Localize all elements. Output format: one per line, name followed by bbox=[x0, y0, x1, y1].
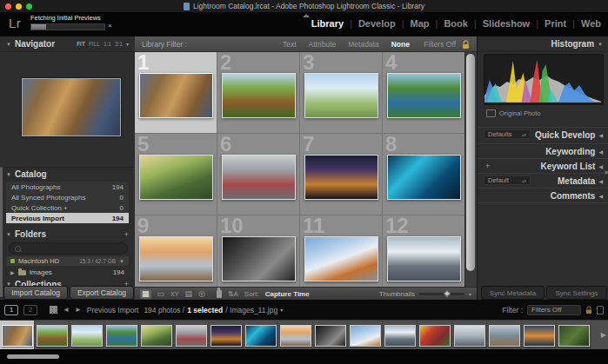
chevron-down-icon[interactable]: ▼ bbox=[119, 259, 124, 264]
photo-thumbnail[interactable] bbox=[387, 155, 461, 200]
module-library[interactable]: Library bbox=[311, 18, 344, 29]
loupe-view-button[interactable]: ▭ bbox=[157, 289, 165, 299]
zoom-fill[interactable]: FILL bbox=[89, 41, 100, 47]
histogram-header[interactable]: Histogram ▼ bbox=[478, 36, 608, 52]
grid-scrollbar-track[interactable] bbox=[464, 52, 477, 287]
catalog-item-previous-import[interactable]: Previous Import 194 bbox=[6, 213, 129, 223]
main-window-button[interactable]: 1 bbox=[4, 305, 18, 315]
histogram-chart[interactable] bbox=[484, 54, 604, 105]
folder-row-images[interactable]: ▶ Images 194 bbox=[6, 268, 129, 277]
filmstrip-cell-bw-portrait[interactable] bbox=[313, 321, 348, 349]
grid-cell-sky-plants[interactable]: 3 bbox=[300, 52, 383, 134]
chevron-down-icon[interactable]: ▾ bbox=[280, 307, 283, 313]
sync-settings-button[interactable]: Sync Settings bbox=[546, 286, 607, 300]
zoom-1-1[interactable]: 1:1 bbox=[104, 41, 111, 47]
filmstrip-cell-coastal-scene[interactable] bbox=[487, 321, 522, 349]
filter-lock-icon[interactable] bbox=[585, 306, 592, 314]
filmstrip-cell-lake-shore[interactable] bbox=[104, 321, 139, 349]
selection-summary[interactable]: 194 photos / 1 selected / Images_11.jpg … bbox=[144, 306, 283, 314]
filmstrip-cell-night-skyline[interactable] bbox=[209, 321, 244, 349]
filmstrip-cell-meadow-hut[interactable] bbox=[35, 321, 70, 349]
module-map[interactable]: Map bbox=[411, 18, 430, 29]
filter-tab-attribute[interactable]: Attribute bbox=[309, 40, 337, 49]
metadata-header[interactable]: Default▴▾ Metadata ◀ bbox=[478, 173, 608, 188]
module-develop[interactable]: Develop bbox=[358, 18, 396, 29]
navigator-preview-image[interactable] bbox=[22, 78, 121, 136]
catalog-header[interactable]: ▼ Catalog bbox=[0, 168, 135, 181]
module-print[interactable]: Print bbox=[545, 18, 566, 29]
slider-thumb[interactable] bbox=[443, 289, 450, 296]
photo-thumbnail[interactable] bbox=[222, 236, 296, 281]
photo-thumbnail[interactable] bbox=[139, 73, 213, 118]
grid-cell-tiger-snow[interactable]: 11 bbox=[300, 215, 383, 287]
people-view-button[interactable]: ◎ bbox=[198, 289, 205, 299]
go-forward-icon[interactable]: ► bbox=[75, 306, 82, 314]
comments-header[interactable]: Comments ◀ bbox=[478, 188, 608, 203]
quick-develop-header[interactable]: Defaults▴▾ Quick Develop ◀ bbox=[478, 127, 608, 142]
grid-view-shortcut-icon[interactable] bbox=[50, 306, 57, 314]
filmstrip-cell-winter-river[interactable] bbox=[452, 321, 487, 349]
grid-view-button[interactable]: ▦ bbox=[140, 289, 151, 299]
filmstrip-cell-dark-forest[interactable] bbox=[557, 321, 591, 349]
filmstrip-cell-snow-peaks[interactable] bbox=[383, 321, 418, 349]
cancel-progress-icon[interactable]: × bbox=[108, 22, 112, 30]
go-back-icon[interactable]: ◄ bbox=[63, 306, 70, 314]
keywording-header[interactable]: Keywording ◀ bbox=[478, 143, 608, 158]
source-indicator[interactable]: Previous Import bbox=[87, 306, 139, 314]
sync-metadata-button[interactable]: Sync Metadata bbox=[481, 286, 545, 300]
grid-cell-misty-sunrise[interactable]: 9 bbox=[135, 215, 217, 287]
photo-thumbnail[interactable] bbox=[304, 236, 378, 281]
grid-cell-bw-portrait[interactable]: 10 bbox=[217, 215, 300, 287]
sort-direction-icon[interactable]: ⇅A bbox=[228, 289, 238, 299]
photo-thumbnail[interactable] bbox=[139, 236, 213, 281]
metadata-preset-dropdown[interactable]: Default▴▾ bbox=[484, 175, 531, 185]
catalog-item-all-synced[interactable]: All Synced Photographs 0 bbox=[6, 192, 129, 202]
filmstrip-cell-blue-feathers[interactable] bbox=[244, 321, 278, 349]
zoom-fit[interactable]: FIT bbox=[77, 41, 85, 47]
import-catalog-button[interactable]: Import Catalog bbox=[3, 286, 68, 300]
filmstrip-cell-misty-sunrise[interactable] bbox=[278, 321, 313, 349]
grid-cell-blue-feathers[interactable]: 8 bbox=[383, 134, 465, 215]
add-folder-button[interactable]: + bbox=[124, 230, 129, 239]
filters-off-dropdown[interactable]: Filters Off bbox=[424, 40, 456, 49]
filter-lock-icon[interactable] bbox=[462, 40, 470, 51]
panel-toggle-icon[interactable] bbox=[597, 306, 604, 314]
grid-scrollbar-thumb[interactable] bbox=[466, 54, 475, 271]
toolbar-options-chevron-icon[interactable]: ▾ bbox=[469, 291, 471, 297]
module-slideshow[interactable]: Slideshow bbox=[483, 18, 530, 29]
filter-folders-input[interactable] bbox=[9, 242, 128, 255]
module-web[interactable]: Web bbox=[581, 18, 601, 29]
collapse-top-panel-icon[interactable] bbox=[303, 14, 310, 17]
filmstrip-cell-mountain-morning[interactable] bbox=[139, 321, 174, 349]
survey-view-button[interactable]: ▤ bbox=[184, 289, 192, 299]
filmstrip-cell-sky-plants[interactable] bbox=[70, 321, 104, 349]
filter-tab-text[interactable]: Text bbox=[283, 40, 297, 49]
catalog-item-quick-collection[interactable]: Quick Collection + 0 bbox=[6, 202, 129, 213]
filmstrip-filter-dropdown[interactable]: Filters Off bbox=[527, 305, 581, 315]
photo-thumbnail[interactable] bbox=[222, 73, 296, 118]
grid-cell-fantasy-portrait[interactable]: 1 bbox=[135, 52, 217, 134]
compare-view-button[interactable]: XY bbox=[170, 289, 178, 299]
grid-cell-rail-yard[interactable]: 6 bbox=[217, 134, 300, 215]
photo-thumbnail[interactable] bbox=[222, 155, 296, 200]
filmstrip-cell-rail-yard[interactable] bbox=[174, 321, 209, 349]
collapse-right-panel-icon[interactable]: ▶ bbox=[605, 169, 608, 175]
grid-cell-lake-shore[interactable]: 4 bbox=[383, 52, 465, 134]
filmstrip-next-icon[interactable]: ▶ bbox=[601, 331, 606, 339]
filter-tab-none[interactable]: None bbox=[391, 40, 410, 49]
grid-cell-meadow-hut[interactable]: 2 bbox=[217, 52, 300, 134]
painter-tool-icon[interactable] bbox=[217, 290, 222, 298]
keyword-list-header[interactable]: + Keyword List ◀ bbox=[478, 158, 608, 173]
thumbnail-size-slider[interactable] bbox=[419, 293, 464, 295]
photo-thumbnail[interactable] bbox=[304, 155, 378, 200]
zoom-menu-chevron-icon[interactable]: ▾ bbox=[126, 41, 129, 47]
filter-tab-metadata[interactable]: Metadata bbox=[348, 40, 378, 49]
export-catalog-button[interactable]: Export Catalog bbox=[70, 286, 134, 300]
folders-header[interactable]: ▼ Folders + bbox=[0, 228, 135, 241]
navigator-header[interactable]: ▼ Navigator FIT FILL 1:1 3:1 ▾ bbox=[0, 36, 135, 52]
volume-row[interactable]: Macintosh HD 15.3 / 42.7 GB ▼ bbox=[6, 256, 129, 266]
filmstrip-cell-fantasy-portrait[interactable] bbox=[0, 321, 35, 349]
grid-cell-night-skyline[interactable]: 7 bbox=[300, 134, 383, 215]
chevron-right-icon[interactable]: ▶ bbox=[10, 269, 15, 275]
filmstrip-cell-tiger-snow[interactable] bbox=[348, 321, 383, 349]
